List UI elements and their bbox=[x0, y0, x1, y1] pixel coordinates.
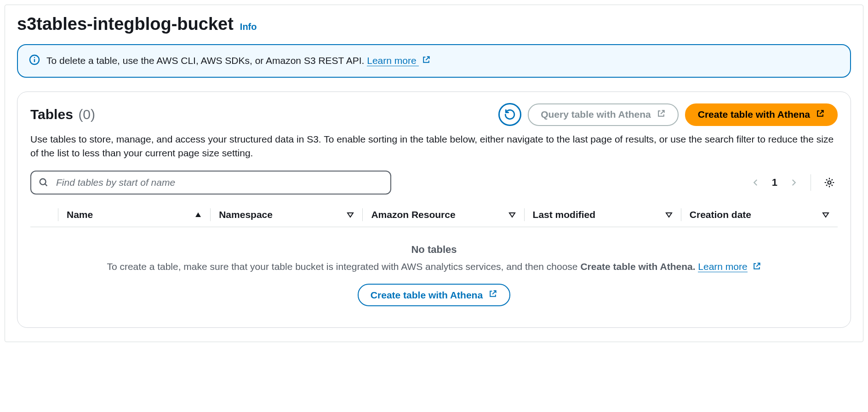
sort-asc-icon bbox=[194, 209, 202, 220]
query-athena-button[interactable]: Query table with Athena bbox=[528, 103, 679, 126]
info-icon bbox=[29, 54, 40, 68]
info-link[interactable]: Info bbox=[240, 22, 257, 32]
delete-info-alert: To delete a table, use the AWS CLI, AWS … bbox=[17, 44, 851, 78]
empty-line1: To create a table, make sure that your t… bbox=[107, 261, 580, 272]
page-number: 1 bbox=[768, 177, 781, 189]
query-athena-label: Query table with Athena bbox=[541, 109, 651, 120]
column-header-last-modified[interactable]: Last modified bbox=[525, 206, 681, 223]
svg-point-5 bbox=[828, 181, 831, 184]
external-link-icon bbox=[752, 260, 761, 275]
refresh-button[interactable] bbox=[498, 103, 521, 126]
sort-icon bbox=[665, 209, 673, 220]
empty-strong: Create table with Athena bbox=[580, 261, 692, 272]
table-header-row: Name Namespace Amazon Resource bbox=[30, 203, 838, 227]
svg-marker-10 bbox=[823, 213, 828, 217]
next-page-button[interactable] bbox=[787, 176, 800, 189]
external-link-icon bbox=[816, 109, 825, 120]
search-input[interactable] bbox=[30, 171, 391, 195]
empty-title: No tables bbox=[40, 244, 828, 256]
chevron-right-icon bbox=[789, 178, 798, 187]
pagination: 1 bbox=[749, 174, 838, 191]
tables-panel: Tables (0) Query table with Athena bbox=[17, 92, 851, 328]
svg-marker-9 bbox=[666, 213, 672, 217]
gear-icon bbox=[823, 177, 835, 189]
settings-button[interactable] bbox=[821, 174, 838, 191]
tables-count: (0) bbox=[78, 107, 95, 122]
svg-marker-6 bbox=[195, 212, 201, 217]
sort-icon bbox=[508, 209, 516, 220]
svg-point-2 bbox=[34, 57, 35, 58]
column-header-name[interactable]: Name bbox=[58, 206, 210, 223]
external-link-icon bbox=[488, 289, 497, 301]
create-athena-label: Create table with Athena bbox=[698, 109, 810, 120]
empty-create-label: Create table with Athena bbox=[371, 290, 483, 301]
svg-marker-8 bbox=[509, 213, 515, 217]
svg-point-3 bbox=[40, 179, 46, 185]
refresh-icon bbox=[504, 109, 516, 120]
external-link-icon bbox=[657, 109, 666, 120]
sort-icon bbox=[822, 209, 829, 220]
empty-create-athena-button[interactable]: Create table with Athena bbox=[358, 284, 510, 306]
svg-line-4 bbox=[45, 184, 47, 186]
external-link-icon bbox=[422, 55, 431, 67]
column-header-creation-date[interactable]: Creation date bbox=[681, 206, 838, 223]
panel-description: Use tables to store, manage, and access … bbox=[30, 132, 838, 160]
page-header: s3tables-integblog-bucket Info bbox=[17, 14, 851, 34]
column-header-arn[interactable]: Amazon Resource bbox=[363, 206, 524, 223]
panel-title: Tables bbox=[30, 107, 73, 122]
sort-icon bbox=[347, 209, 354, 220]
svg-marker-7 bbox=[348, 213, 353, 217]
alert-learn-more-link[interactable]: Learn more bbox=[367, 55, 419, 66]
create-athena-button[interactable]: Create table with Athena bbox=[685, 103, 838, 126]
page-title: s3tables-integblog-bucket bbox=[17, 14, 234, 34]
column-header-namespace[interactable]: Namespace bbox=[211, 206, 362, 223]
empty-learn-more-link[interactable]: Learn more bbox=[698, 261, 747, 272]
prev-page-button[interactable] bbox=[749, 176, 763, 189]
empty-state: No tables To create a table, make sure t… bbox=[30, 227, 838, 311]
chevron-left-icon bbox=[752, 178, 760, 187]
alert-text: To delete a table, use the AWS CLI, AWS … bbox=[46, 55, 367, 66]
